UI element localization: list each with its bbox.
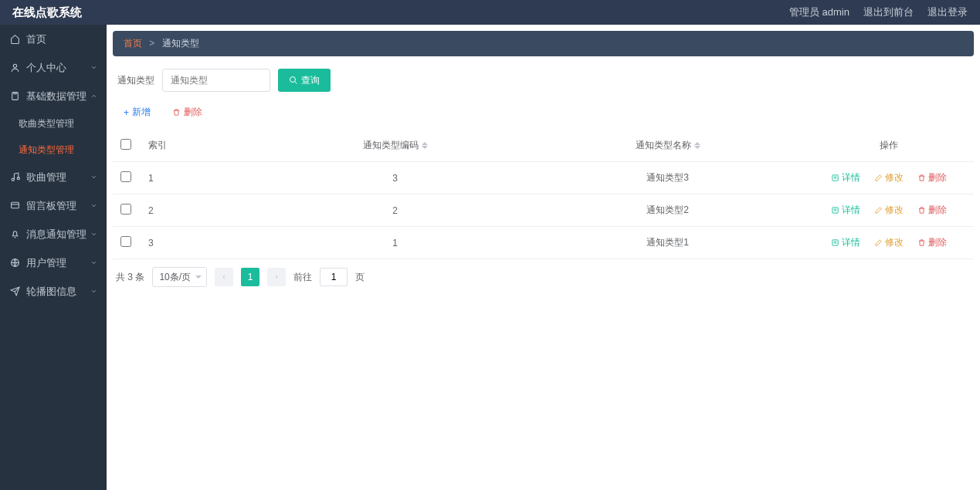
svg-point-0 [13,64,16,67]
add-button-label: 新增 [132,106,151,119]
chevron-down-icon [90,64,97,72]
sidebar-item-label: 消息通知管理 [26,228,90,242]
row-edit-button[interactable]: 修改 [874,204,904,217]
page-size-select[interactable]: 10条/页 [152,267,207,287]
cell-code: 3 [259,162,531,194]
sidebar-item-notice[interactable]: 消息通知管理 [0,220,107,248]
goto-suffix: 页 [355,271,365,284]
goto-prefix: 前往 [293,271,312,284]
sidebar-item-basedata[interactable]: 基础数据管理 [0,82,107,110]
chevron-down-icon [90,202,97,210]
breadcrumb: 首页 > 通知类型 [113,31,974,56]
table-row: 22通知类型2详情修改删除 [113,194,974,227]
sidebar-subitem-label: 通知类型管理 [19,144,74,157]
sidebar-item-songs[interactable]: 歌曲管理 [0,163,107,191]
search-icon [289,76,298,85]
breadcrumb-current: 通知类型 [162,38,199,49]
col-name[interactable]: 通知类型名称 [531,130,804,162]
chevron-up-icon [90,93,97,100]
delete-button-label: 删除 [184,106,202,119]
admin-label[interactable]: 管理员 admin [789,5,849,19]
col-index: 索引 [139,130,259,162]
table-row: 13通知类型3详情修改删除 [113,162,974,194]
search-label: 通知类型 [117,74,154,87]
cell-name: 通知类型1 [531,227,804,259]
svg-point-6 [290,77,296,83]
page-number-1[interactable]: 1 [241,268,259,286]
music-icon [9,172,20,183]
col-ops: 操作 [804,130,974,162]
sort-icon [694,142,700,149]
sidebar-item-label: 基础数据管理 [26,90,90,103]
delete-button[interactable]: 删除 [172,106,202,119]
row-detail-button[interactable]: 详情 [831,236,860,249]
sidebar-item-carousel[interactable]: 轮播图信息 [0,277,107,306]
cell-code: 2 [259,194,531,227]
sidebar-item-home[interactable]: 首页 [0,25,107,53]
sidebar-subitem-noticetype[interactable]: 通知类型管理 [0,137,107,163]
main-content: 首页 > 通知类型 通知类型 查询 + 新增 删除 [107,25,980,490]
row-detail-button[interactable]: 详情 [831,171,860,184]
next-page-button[interactable] [267,268,286,286]
trash-icon [172,108,181,117]
user-icon [9,63,20,73]
to-front-link[interactable]: 退出到前台 [863,5,914,19]
data-table: 索引 通知类型编码 通知类型名称 操作 13通知类型3详情修改删除22通知类型2… [113,130,974,259]
sidebar: 首页 个人中心 基础数据管理 歌曲类型管理 通知类型管理 歌曲管理 留言板管理 [0,25,107,490]
cell-index: 1 [139,162,259,194]
send-icon [9,286,20,297]
total-text: 共 3 条 [116,271,144,284]
sidebar-item-label: 轮播图信息 [26,285,90,299]
row-detail-button[interactable]: 详情 [831,204,860,217]
clipboard-icon [9,91,20,102]
sidebar-item-label: 用户管理 [26,256,90,270]
row-edit-button[interactable]: 修改 [874,236,904,249]
search-input[interactable] [162,69,270,92]
prev-page-button[interactable] [215,268,233,286]
sidebar-subitem-label: 歌曲类型管理 [19,117,74,130]
breadcrumb-home[interactable]: 首页 [124,38,142,49]
plus-icon: + [124,107,129,118]
cell-index: 3 [139,227,259,259]
sidebar-item-users[interactable]: 用户管理 [0,248,107,277]
row-checkbox[interactable] [120,204,131,215]
select-all-checkbox[interactable] [120,139,131,150]
row-delete-button[interactable]: 删除 [917,236,947,249]
cell-code: 1 [259,227,531,259]
row-delete-button[interactable]: 删除 [917,171,947,184]
sidebar-item-label: 个人中心 [26,61,90,75]
app-header: 在线点歌系统 管理员 admin 退出到前台 退出登录 [0,0,980,25]
bell-icon [9,229,20,240]
chevron-down-icon [90,231,97,238]
sidebar-item-label: 留言板管理 [26,199,90,213]
breadcrumb-sep: > [149,38,154,49]
goto-page-input[interactable] [320,268,348,286]
cell-name: 通知类型2 [531,194,804,227]
sidebar-subitem-songtype[interactable]: 歌曲类型管理 [0,110,107,137]
board-icon [9,201,20,211]
actions-row: + 新增 删除 [113,101,974,130]
svg-rect-4 [11,202,19,208]
sidebar-item-label: 歌曲管理 [26,171,90,184]
row-checkbox[interactable] [120,236,131,247]
table-row: 31通知类型1详情修改删除 [113,227,974,259]
query-button[interactable]: 查询 [278,69,331,92]
chevron-down-icon [90,174,97,181]
add-button[interactable]: + 新增 [124,106,151,119]
logout-link[interactable]: 退出登录 [927,5,968,19]
col-code[interactable]: 通知类型编码 [259,130,531,162]
app-title: 在线点歌系统 [12,5,82,20]
svg-rect-1 [12,93,18,100]
chevron-down-icon [90,288,97,296]
chevron-down-icon [90,259,97,267]
row-edit-button[interactable]: 修改 [874,171,904,184]
sort-icon [422,142,428,149]
row-delete-button[interactable]: 删除 [917,204,947,217]
query-button-label: 查询 [301,74,320,87]
sidebar-item-board[interactable]: 留言板管理 [0,191,107,220]
pagination: 共 3 条 10条/页 1 前往 页 [113,259,974,295]
sidebar-item-profile[interactable]: 个人中心 [0,53,107,82]
col-checkbox [113,130,139,162]
row-checkbox[interactable] [120,171,131,182]
home-icon [9,34,20,45]
